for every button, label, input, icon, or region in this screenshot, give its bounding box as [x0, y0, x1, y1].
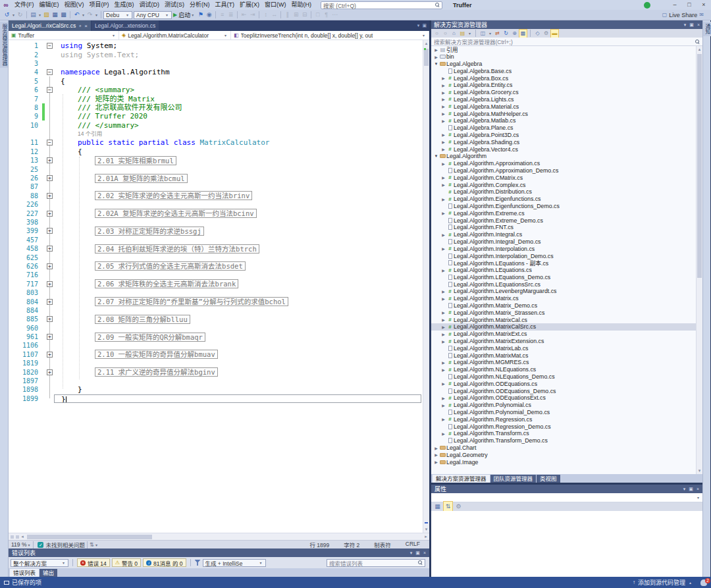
- pin-icon[interactable]: ▣: [415, 550, 420, 556]
- menu-调试[interactable]: 调试(D): [137, 0, 163, 10]
- code-line[interactable]: 1107+2.10 一般实矩阵的奇异值分解bmuav: [9, 350, 429, 359]
- move-up-icon[interactable]: ↕: [261, 10, 270, 20]
- code-line[interactable]: 2using System.Text;: [9, 50, 429, 59]
- code-line[interactable]: 88+2.02 实矩阵求逆的全选主元高斯一约当法brinv: [9, 192, 429, 200]
- expander-collapsed-icon[interactable]: ▶: [440, 147, 446, 151]
- expand-region-icon[interactable]: +: [47, 299, 53, 305]
- filter-icon[interactable]: [195, 560, 201, 566]
- expander-collapsed-icon[interactable]: ▶: [440, 296, 446, 301]
- code-line[interactable]: 625: [9, 253, 429, 261]
- code-line[interactable]: 13+2.01 实矩阵相乘brmul: [9, 156, 429, 165]
- expander-collapsed-icon[interactable]: ▶: [440, 317, 446, 322]
- code-line[interactable]: 626+2.05 求行列式值的全选主元高斯消去法bsdet: [9, 262, 429, 271]
- open-file-icon[interactable]: ▨: [42, 10, 51, 20]
- code-line[interactable]: 1819: [9, 359, 429, 367]
- account-name[interactable]: Truffer: [453, 2, 472, 9]
- expand-region-icon[interactable]: +: [47, 175, 53, 181]
- navigate-backward-icon-dropdown[interactable]: ▾: [11, 13, 16, 17]
- right-panel-tab[interactable]: 团队资源管理器: [490, 475, 537, 483]
- prev-bookmark-icon[interactable]: ⊞: [292, 10, 300, 20]
- tree-item[interactable]: ▶#Legal.Algebra.Box.cs: [431, 74, 702, 82]
- expander-collapsed-icon[interactable]: ▶: [440, 90, 446, 95]
- save-all-icon[interactable]: ▩: [59, 10, 68, 20]
- code-line[interactable]: 399+2.03 对称正定矩阵的求逆bssgj: [9, 227, 429, 235]
- window-position-icon[interactable]: ▾: [684, 22, 687, 28]
- tree-item[interactable]: Legal.Algebra.Base.cs: [431, 67, 702, 74]
- forward-icon[interactable]: ○: [442, 30, 449, 38]
- collapsed-region[interactable]: 2.01A 复矩阵的乘法bcmul: [95, 174, 188, 183]
- pending-filter-icon-dropdown[interactable]: ▾: [488, 31, 492, 36]
- expander-collapsed-icon[interactable]: ▶: [440, 175, 446, 180]
- code-line[interactable]: 226: [9, 200, 429, 209]
- platform-dropdown[interactable]: Any CPU▾: [134, 11, 172, 19]
- menu-文件[interactable]: 文件(F): [12, 0, 37, 10]
- zoom-level-dropdown[interactable]: 119 %: [11, 541, 26, 548]
- editor-horizontal-scrollbar[interactable]: ◂ ▸: [9, 533, 429, 540]
- expander-collapsed-icon[interactable]: ▶: [440, 132, 446, 137]
- tree-item[interactable]: Legal.Algorithm.MatrixMat.cs: [431, 352, 702, 359]
- redo-icon[interactable]: ↷: [86, 10, 94, 20]
- properties-title-bar[interactable]: 属性 ▾ ▣ ×: [431, 485, 702, 493]
- expander-collapsed-icon[interactable]: ▶: [440, 431, 446, 436]
- scrollbar-thumb[interactable]: [697, 54, 702, 278]
- menu-测试[interactable]: 测试(S): [162, 0, 187, 10]
- close-icon[interactable]: ×: [697, 487, 699, 492]
- code-line[interactable]: 885+2.08 矩阵的三角分解blluu: [9, 315, 429, 323]
- close-icon[interactable]: ×: [697, 22, 700, 28]
- tree-item[interactable]: Legal.Algorithm.NLEquations_Demo.cs: [431, 373, 702, 381]
- bookmark-icon[interactable]: ∥: [283, 10, 292, 20]
- new-file-icon-dropdown[interactable]: ▾: [38, 13, 42, 17]
- properties-grid[interactable]: [431, 511, 702, 577]
- tree-item[interactable]: ▶#Legal.Algorithm.Complex.cs: [431, 181, 702, 188]
- tree-item[interactable]: ▶#Legal.Algorithm.Extreme.cs: [431, 209, 702, 217]
- code-line[interactable]: 3: [9, 59, 429, 68]
- close-button[interactable]: ×: [697, 0, 711, 10]
- tree-item[interactable]: ▼Legal.Algorithm: [431, 153, 702, 160]
- tree-item[interactable]: Legal.Algorithm.LEquations - 副本.cs: [431, 259, 702, 267]
- quick-search-input[interactable]: 搜索 (Ctrl+Q): [321, 1, 442, 9]
- column-indicator[interactable]: 字符 2: [344, 541, 359, 548]
- tree-item[interactable]: ▶#Legal.Algorithm.LEquations.cs: [431, 267, 702, 274]
- code-line[interactable]: 6−/// <summary>: [9, 86, 429, 94]
- tree-item[interactable]: Legal.Algorithm.ODEquations_Demo.cs: [431, 387, 702, 394]
- expander-collapsed-icon[interactable]: ▶: [440, 182, 446, 187]
- expander-collapsed-icon[interactable]: ▶: [440, 367, 446, 372]
- solution-explorer-title-bar[interactable]: 解决方案资源管理器 ▾ ▣ ×: [431, 20, 702, 29]
- tree-item[interactable]: ▶#Legal.Algorithm.LevenbergMarguardt.cs: [431, 288, 702, 295]
- next-bookmark-icon[interactable]: ⊟: [300, 10, 309, 20]
- code-line[interactable]: 25: [9, 165, 429, 173]
- show-all-files-icon[interactable]: ▩: [519, 30, 527, 38]
- code-line[interactable]: 26+2.01A 复矩阵的乘法bcmul: [9, 174, 429, 182]
- tree-item[interactable]: Legal.Algorithm.Integral_Demo.cs: [431, 238, 702, 246]
- code-line[interactable]: 1898}: [9, 385, 429, 394]
- tree-item[interactable]: ▶#Legal.Algebra.Lights.cs: [431, 96, 702, 103]
- splitter-grip[interactable]: [11, 535, 14, 539]
- tree-item[interactable]: Legal.Algorithm.Eigenfunctions_Demo.cs: [431, 203, 702, 210]
- scroll-up-icon[interactable]: ▴: [697, 46, 702, 53]
- redo-icon-dropdown[interactable]: ▾: [94, 13, 99, 17]
- tree-item[interactable]: Legal.Algorithm.LEquations_Demo.cs: [431, 274, 702, 281]
- collapse-region-icon[interactable]: −: [47, 87, 53, 93]
- collapsed-region[interactable]: 2.07 对称正定矩阵的“乔里斯基”分解与行列式的求值bchol: [95, 297, 288, 306]
- tree-item[interactable]: ▶#Legal.Algebra.Grocery.cs: [431, 89, 702, 96]
- tree-item[interactable]: ▶Legal.Image: [431, 458, 702, 466]
- right-panel-tab[interactable]: 解决方案资源管理器: [433, 475, 490, 483]
- pin-icon[interactable]: ▣: [689, 487, 693, 492]
- code-line[interactable]: 1897: [9, 377, 429, 385]
- collapse-region-icon[interactable]: −: [47, 140, 53, 146]
- code-line[interactable]: 1−using System;: [9, 41, 429, 50]
- decrease-indent-icon[interactable]: ⇤: [240, 10, 248, 20]
- pending-filter-icon[interactable]: ◫: [479, 30, 487, 38]
- editor-vertical-scrollbar[interactable]: ▴ ▾: [423, 40, 429, 533]
- scroll-left-icon[interactable]: ◂: [19, 534, 26, 539]
- collapsed-region[interactable]: 2.05 求行列式值的全选主元高斯消去法bsdet: [95, 261, 246, 271]
- expander-collapsed-icon[interactable]: ▶: [440, 140, 446, 144]
- bottom-panel-tab[interactable]: 错误列表: [10, 569, 39, 577]
- expander-collapsed-icon[interactable]: ▶: [440, 76, 446, 80]
- collapsed-region[interactable]: 2.02A 复矩阵求逆的全选主元高斯一约当法bcinv: [95, 209, 257, 218]
- more-icon[interactable]: ⋯: [330, 10, 339, 20]
- tree-item[interactable]: ▶#Legal.Algorithm.Matrix_Strassen.cs: [431, 309, 702, 316]
- codelens-row[interactable]: 14 个引用: [9, 130, 429, 138]
- collapsed-region[interactable]: 2.01 实矩阵相乘brmul: [95, 156, 176, 165]
- collapsed-region[interactable]: 2.03 对称正定矩阵的求逆bssgj: [95, 227, 204, 236]
